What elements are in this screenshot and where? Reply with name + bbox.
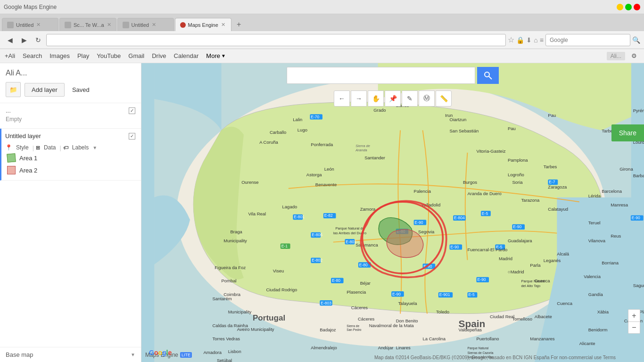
- layer-tab-labels[interactable]: Labels: [70, 143, 91, 152]
- menu-icon[interactable]: ≡: [540, 36, 544, 44]
- google-bar-images[interactable]: Images: [50, 52, 70, 59]
- svg-rect-18: [423, 263, 436, 269]
- svg-text:Salamanca: Salamanca: [355, 242, 378, 247]
- layer-1-checkbox[interactable]: [129, 107, 135, 114]
- svg-text:Béjar: Béjar: [360, 280, 371, 286]
- area-2-name[interactable]: Area 2: [19, 167, 37, 174]
- svg-text:E-5: E-5: [496, 245, 503, 249]
- shield-icon[interactable]: 🔒: [516, 36, 524, 44]
- area-1-name[interactable]: Area 1: [19, 155, 37, 162]
- star-icon[interactable]: ☆: [508, 35, 514, 44]
- google-bar-search[interactable]: Search: [23, 52, 42, 59]
- google-bar-ali[interactable]: +Ali: [5, 52, 15, 59]
- settings-icon[interactable]: ⚙: [629, 51, 639, 61]
- svg-text:Pau: Pau: [548, 113, 556, 118]
- svg-text:E-806: E-806: [312, 232, 322, 237]
- svg-rect-36: [311, 232, 321, 238]
- new-tab-button[interactable]: +: [232, 18, 246, 31]
- tab-4-close[interactable]: ✕: [221, 22, 225, 28]
- area-1-icon: [7, 153, 16, 163]
- svg-text:Aranda: Aranda: [355, 148, 367, 152]
- layer-tab-data[interactable]: Data: [42, 143, 58, 152]
- google-bar-more[interactable]: More ▼: [206, 52, 226, 59]
- svg-rect-24: [320, 300, 332, 305]
- google-bar-youtube[interactable]: YouTube: [97, 52, 121, 59]
- sidebar-actions: 📁 Add layer Saved: [6, 82, 135, 97]
- google-bar-calendar[interactable]: Calendar: [174, 52, 199, 59]
- folder-button[interactable]: 📁: [6, 82, 21, 97]
- redo-button[interactable]: →: [351, 90, 367, 107]
- base-map-dropdown[interactable]: ▼: [131, 352, 135, 357]
- tab-2-close[interactable]: ✕: [107, 22, 111, 28]
- svg-rect-20: [358, 262, 371, 267]
- base-map-section: Base map ▼: [0, 347, 141, 362]
- tab-4[interactable]: Maps Engine ✕: [175, 18, 231, 31]
- google-bar-play[interactable]: Play: [77, 52, 89, 59]
- draw-shape-button[interactable]: Ⓜ: [419, 90, 435, 107]
- back-button[interactable]: ◀: [4, 34, 16, 46]
- layer-row-1: ...: [6, 107, 135, 114]
- map-search-input[interactable]: [287, 67, 475, 84]
- svg-rect-28: [438, 292, 453, 297]
- maximize-button[interactable]: [625, 4, 632, 10]
- add-layer-button[interactable]: Add layer: [25, 83, 65, 97]
- user-name[interactable]: Ali...: [607, 52, 625, 60]
- forward-button[interactable]: ▶: [18, 34, 30, 46]
- svg-text:Caldas da Rainha: Caldas da Rainha: [213, 323, 248, 328]
- minimize-button[interactable]: [617, 4, 623, 10]
- browser-search-input[interactable]: [545, 34, 630, 46]
- layer-tab-style[interactable]: Style: [14, 143, 31, 152]
- share-button[interactable]: Share: [611, 124, 644, 141]
- pan-button[interactable]: ✋: [368, 90, 384, 107]
- tab-3-close[interactable]: ✕: [152, 22, 156, 28]
- svg-text:Puertollano: Puertollano: [476, 336, 499, 341]
- measure-button[interactable]: 📏: [436, 90, 452, 107]
- google-bar-gmail[interactable]: Gmail: [128, 52, 144, 59]
- map-attribution: Map data ©2014 GeoBasis-DE/BKG (©2009), …: [374, 355, 616, 360]
- search-icon[interactable]: 🔍: [632, 36, 640, 44]
- svg-text:Girona: Girona: [619, 166, 633, 172]
- svg-text:Lisbon: Lisbon: [228, 349, 241, 354]
- tab-1-close[interactable]: ✕: [36, 22, 41, 28]
- close-button[interactable]: [634, 4, 640, 10]
- svg-text:Viseu: Viseu: [273, 268, 284, 273]
- undo-button[interactable]: ←: [334, 90, 350, 107]
- untitled-layer-checkbox[interactable]: [129, 133, 135, 140]
- map-container[interactable]: E-82 E-80 E-90 E-804 E-5 E-90 E-90 E-90: [141, 63, 644, 362]
- svg-rect-8: [453, 215, 466, 221]
- google-bar-drive[interactable]: Drive: [152, 52, 166, 59]
- svg-rect-4: [396, 229, 409, 234]
- marker-button[interactable]: 📌: [385, 90, 401, 107]
- svg-text:Setúbal: Setúbal: [217, 358, 232, 362]
- address-input[interactable]: https://mapsengine.google.com/map/edit?a…: [46, 34, 506, 46]
- svg-text:Municipality: Municipality: [228, 309, 252, 314]
- zoom-in-button[interactable]: +: [628, 309, 640, 321]
- svg-text:Segovia: Segovia: [418, 229, 435, 234]
- svg-text:Figueira da Foz: Figueira da Foz: [215, 265, 246, 270]
- svg-text:Cáceres: Cáceres: [358, 316, 375, 321]
- home-icon[interactable]: ⌂: [534, 36, 537, 44]
- tab-3[interactable]: Untitled ✕: [117, 18, 174, 31]
- saved-button[interactable]: Saved: [68, 83, 93, 96]
- tab-1[interactable]: Untitled ✕: [2, 18, 58, 31]
- svg-text:Logroño: Logroño: [508, 172, 524, 177]
- svg-text:Linares: Linares: [396, 345, 411, 350]
- refresh-button[interactable]: ↻: [32, 34, 44, 46]
- tab-2[interactable]: Sc... Te W...a ✕: [59, 18, 116, 31]
- area-1-item: Area 1: [7, 152, 135, 164]
- svg-rect-40: [311, 258, 321, 263]
- svg-point-156: [362, 202, 443, 273]
- layer-dropdown-arrow[interactable]: ▼: [92, 145, 97, 150]
- svg-text:E-5: E-5: [482, 211, 488, 216]
- sidebar: Ali A... 📁 Add layer Saved ... Empty: [0, 63, 141, 362]
- svg-text:Calatayud: Calatayud: [548, 206, 568, 212]
- svg-text:Palencia: Palencia: [414, 189, 431, 194]
- svg-text:Benidorm: Benidorm: [588, 327, 608, 332]
- zoom-out-button[interactable]: −: [628, 321, 640, 334]
- svg-text:San Pedro: San Pedro: [347, 328, 362, 331]
- map-search-button[interactable]: [477, 67, 499, 84]
- download-icon[interactable]: ⬇: [526, 36, 532, 44]
- svg-text:Barbastro: Barbastro: [633, 173, 644, 178]
- draw-line-button[interactable]: ✎: [402, 90, 418, 107]
- base-map-label: Base map: [6, 351, 127, 358]
